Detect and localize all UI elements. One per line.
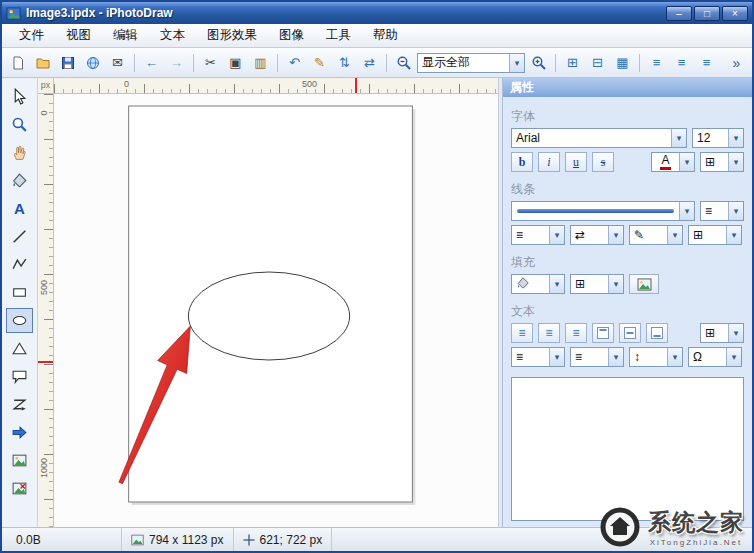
text-valign-bottom-button[interactable] xyxy=(646,323,668,343)
chevron-down-icon[interactable] xyxy=(608,348,623,366)
menu-graphic-effects[interactable]: 图形效果 xyxy=(196,24,268,47)
chevron-down-icon[interactable] xyxy=(728,129,743,147)
chevron-down-icon[interactable] xyxy=(667,226,682,244)
pan-tool[interactable] xyxy=(6,140,33,165)
copy-button[interactable]: ▣ xyxy=(224,51,247,74)
draw-button[interactable]: ✎ xyxy=(308,51,331,74)
chevron-down-icon[interactable] xyxy=(671,129,686,147)
menu-view[interactable]: 视图 xyxy=(55,24,102,47)
align-left-objects-button[interactable]: ≡ xyxy=(645,51,668,74)
cut-button[interactable]: ✂ xyxy=(199,51,222,74)
freeform-tool[interactable] xyxy=(6,392,33,417)
arrow-shape-tool[interactable] xyxy=(6,420,33,445)
chevron-down-icon[interactable] xyxy=(728,202,743,220)
callout-tool[interactable] xyxy=(6,364,33,389)
fill-image-button[interactable] xyxy=(629,274,659,294)
bold-button[interactable]: b xyxy=(511,152,533,172)
save-button[interactable] xyxy=(56,51,79,74)
align-right-objects-button[interactable]: ≡ xyxy=(695,51,718,74)
line-pattern-dropdown[interactable]: ⊞ xyxy=(688,225,742,245)
maximize-button[interactable]: □ xyxy=(694,6,720,21)
paste-button[interactable]: ▥ xyxy=(249,51,272,74)
zoom-in-button[interactable] xyxy=(527,51,550,74)
line-width-dropdown[interactable]: ≡ xyxy=(511,225,565,245)
select-tool[interactable] xyxy=(6,84,33,109)
menu-help[interactable]: 帮助 xyxy=(362,24,409,47)
chevron-down-icon[interactable] xyxy=(608,226,623,244)
table-button[interactable]: ▦ xyxy=(611,51,634,74)
titlebar[interactable]: Image3.ipdx - iPhotoDraw – □ × xyxy=(2,2,752,24)
line-tool[interactable] xyxy=(6,224,33,249)
font-size-combobox[interactable]: 12 xyxy=(692,128,744,148)
underline-button[interactable]: u xyxy=(565,152,587,172)
font-effects-dropdown[interactable]: ⊞ xyxy=(700,152,744,172)
chevron-down-icon[interactable] xyxy=(667,348,682,366)
snap-toggle-button[interactable]: ⊟ xyxy=(586,51,609,74)
rectangle-tool[interactable] xyxy=(6,280,33,305)
bullet-list-dropdown[interactable]: ≡ xyxy=(511,347,565,367)
font-color-dropdown[interactable]: A xyxy=(651,152,695,172)
new-document-button[interactable] xyxy=(6,51,29,74)
zoom-combobox[interactable]: 显示全部 xyxy=(417,53,525,73)
text-grid-dropdown[interactable]: ⊞ xyxy=(700,323,744,343)
open-button[interactable] xyxy=(31,51,54,74)
chevron-down-icon[interactable] xyxy=(679,153,694,171)
align-center-objects-button[interactable]: ≡ xyxy=(670,51,693,74)
chevron-down-icon[interactable] xyxy=(726,348,741,366)
chevron-down-icon[interactable] xyxy=(728,324,743,342)
chevron-down-icon[interactable] xyxy=(608,275,623,293)
italic-button[interactable]: i xyxy=(538,152,560,172)
chevron-down-icon[interactable] xyxy=(509,54,524,72)
menu-edit[interactable]: 编辑 xyxy=(102,24,149,47)
line-style-combobox[interactable] xyxy=(511,201,695,221)
back-button[interactable]: ← xyxy=(140,51,163,74)
special-character-dropdown[interactable]: Ω xyxy=(688,347,742,367)
text-align-left-button[interactable]: ≡ xyxy=(511,323,533,343)
line-cap-dropdown[interactable]: ≡ xyxy=(700,201,744,221)
text-tool[interactable]: A xyxy=(6,196,33,221)
text-align-right-button[interactable]: ≡ xyxy=(565,323,587,343)
line-color-dropdown[interactable]: ✎ xyxy=(629,225,683,245)
fill-tool[interactable] xyxy=(6,168,33,193)
text-align-center-button[interactable]: ≡ xyxy=(538,323,560,343)
chevron-down-icon[interactable] xyxy=(549,275,564,293)
crop-tool[interactable] xyxy=(6,476,33,501)
toolbar-overflow-button[interactable]: » xyxy=(725,51,748,74)
menu-file[interactable]: 文件 xyxy=(8,24,55,47)
triangle-tool[interactable] xyxy=(6,336,33,361)
email-button[interactable]: ✉ xyxy=(106,51,129,74)
chevron-down-icon[interactable] xyxy=(549,226,564,244)
close-button[interactable]: × xyxy=(722,6,748,21)
text-valign-top-button[interactable] xyxy=(592,323,614,343)
minimize-button[interactable]: – xyxy=(666,6,692,21)
polyline-tool[interactable] xyxy=(6,252,33,277)
chevron-down-icon[interactable] xyxy=(679,202,694,220)
ellipse-shape[interactable] xyxy=(188,272,349,360)
font-family-combobox[interactable]: Arial xyxy=(511,128,687,148)
drawing-canvas[interactable] xyxy=(54,94,498,527)
text-valign-middle-button[interactable] xyxy=(619,323,641,343)
strikethrough-button[interactable]: s xyxy=(592,152,614,172)
arrow-ends-dropdown[interactable]: ⇄ xyxy=(570,225,624,245)
flip-horizontal-button[interactable]: ⇄ xyxy=(358,51,381,74)
fill-color-dropdown[interactable] xyxy=(511,274,565,294)
forward-button[interactable]: → xyxy=(165,51,188,74)
undo-button[interactable]: ↶ xyxy=(283,51,306,74)
menu-tools[interactable]: 工具 xyxy=(315,24,362,47)
chevron-down-icon[interactable] xyxy=(726,226,741,244)
menu-text[interactable]: 文本 xyxy=(149,24,196,47)
chevron-down-icon[interactable] xyxy=(728,153,743,171)
grid-toggle-button[interactable]: ⊞ xyxy=(561,51,584,74)
menu-image[interactable]: 图像 xyxy=(268,24,315,47)
text-content-area[interactable] xyxy=(511,377,744,521)
chevron-down-icon[interactable] xyxy=(549,348,564,366)
publish-web-button[interactable] xyxy=(81,51,104,74)
ellipse-tool[interactable] xyxy=(6,308,33,333)
flip-vertical-button[interactable]: ⇅ xyxy=(333,51,356,74)
numbered-list-dropdown[interactable]: ≡ xyxy=(570,347,624,367)
image-tool[interactable] xyxy=(6,448,33,473)
zoom-fit-button[interactable] xyxy=(392,51,415,74)
zoom-tool[interactable] xyxy=(6,112,33,137)
line-spacing-dropdown[interactable]: ↕ xyxy=(629,347,683,367)
fill-pattern-dropdown[interactable]: ⊞ xyxy=(570,274,624,294)
